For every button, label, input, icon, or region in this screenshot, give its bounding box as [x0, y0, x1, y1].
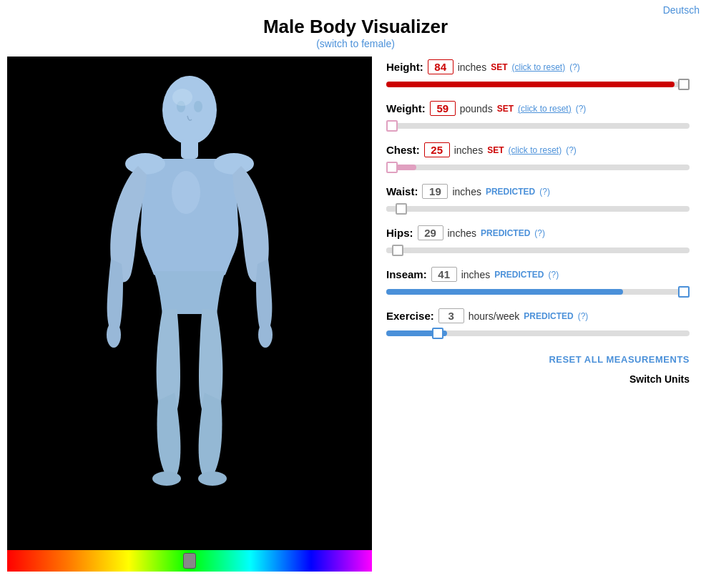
- hips-slider-thumb[interactable]: [392, 245, 403, 256]
- exercise-slider-track[interactable]: [386, 330, 690, 336]
- weight-help-link[interactable]: (?): [576, 104, 587, 114]
- hips-row: Hips: 29 inches PREDICTED (?): [386, 225, 690, 257]
- reset-all-button[interactable]: RESET ALL MEASUREMENTS: [386, 354, 690, 365]
- language-link[interactable]: Deutsch: [663, 4, 700, 16]
- chest-slider-track[interactable]: [386, 165, 690, 170]
- exercise-slider-container[interactable]: [386, 327, 690, 340]
- inseam-label: Inseam:: [386, 268, 427, 280]
- inseam-slider-container[interactable]: [386, 285, 690, 298]
- weight-reset-link[interactable]: (click to reset): [518, 104, 572, 114]
- exercise-unit: hours/week: [469, 310, 520, 322]
- inseam-status: PREDICTED: [494, 270, 544, 280]
- weight-row: Weight: 59 pounds SET (click to reset) (…: [386, 101, 690, 132]
- exercise-value[interactable]: 3: [438, 308, 464, 323]
- bottom-actions: RESET ALL MEASUREMENTS Switch Units: [386, 354, 690, 385]
- waist-status: PREDICTED: [486, 187, 535, 197]
- inseam-slider-thumb[interactable]: [678, 286, 690, 298]
- controls-panel: Height: 84 inches SET (click to reset) (…: [372, 57, 704, 385]
- svg-point-10: [172, 89, 192, 106]
- color-bar[interactable]: [7, 550, 372, 572]
- weight-value[interactable]: 59: [430, 101, 456, 116]
- hips-slider-track[interactable]: [386, 248, 690, 253]
- inseam-slider-track[interactable]: [386, 289, 690, 295]
- exercise-help-link[interactable]: (?): [578, 311, 589, 321]
- chest-value[interactable]: 25: [424, 142, 450, 157]
- height-label: Height:: [386, 61, 423, 73]
- height-help-link[interactable]: (?): [569, 62, 580, 72]
- svg-rect-1: [181, 139, 198, 159]
- switch-gender-link[interactable]: (switch to female): [316, 38, 395, 49]
- hips-label: Hips:: [386, 227, 413, 239]
- waist-help-link[interactable]: (?): [539, 187, 550, 197]
- svg-point-9: [194, 101, 202, 112]
- chest-label: Chest:: [386, 144, 420, 156]
- chest-reset-link[interactable]: (click to reset): [508, 145, 562, 155]
- exercise-status: PREDICTED: [524, 311, 573, 321]
- hips-value[interactable]: 29: [418, 225, 443, 240]
- exercise-row: Exercise: 3 hours/week PREDICTED (?): [386, 308, 690, 340]
- height-reset-link[interactable]: (click to reset): [511, 62, 565, 72]
- body-visualization-panel: [7, 57, 372, 572]
- inseam-row: Inseam: 41 inches PREDICTED (?): [386, 267, 690, 298]
- body-figure-svg: [82, 67, 297, 539]
- hips-unit: inches: [448, 227, 476, 239]
- weight-slider-thumb[interactable]: [386, 120, 398, 132]
- weight-slider-track[interactable]: [386, 123, 690, 129]
- svg-point-11: [172, 171, 200, 214]
- switch-units-button[interactable]: Switch Units: [386, 373, 690, 385]
- exercise-slider-thumb[interactable]: [432, 328, 443, 339]
- chest-slider-container[interactable]: [386, 161, 690, 174]
- waist-row: Waist: 19 inches PREDICTED (?): [386, 184, 690, 215]
- svg-point-3: [214, 153, 254, 175]
- chest-row: Chest: 25 inches SET (click to reset) (?…: [386, 142, 690, 174]
- weight-unit: pounds: [460, 103, 493, 114]
- weight-label: Weight:: [386, 102, 426, 114]
- svg-point-5: [258, 322, 273, 348]
- page-title: Male Body Visualizer: [0, 16, 711, 38]
- svg-point-4: [107, 322, 121, 348]
- inseam-unit: inches: [461, 269, 490, 280]
- svg-point-6: [152, 471, 181, 486]
- weight-status: SET: [497, 104, 514, 114]
- weight-slider-container[interactable]: [386, 119, 690, 132]
- hips-status: PREDICTED: [481, 228, 530, 238]
- chest-help-link[interactable]: (?): [566, 145, 577, 155]
- hips-help-link[interactable]: (?): [534, 228, 545, 238]
- chest-status: SET: [487, 145, 504, 155]
- waist-label: Waist:: [386, 185, 418, 197]
- height-row: Height: 84 inches SET (click to reset) (…: [386, 59, 690, 91]
- svg-point-7: [198, 471, 227, 486]
- inseam-slider-fill: [386, 289, 623, 295]
- waist-value[interactable]: 19: [422, 184, 448, 199]
- svg-point-2: [125, 153, 165, 175]
- waist-slider-container[interactable]: [386, 202, 690, 215]
- height-unit: inches: [458, 62, 486, 73]
- waist-slider-track[interactable]: [386, 206, 690, 212]
- inseam-help-link[interactable]: (?): [549, 270, 559, 280]
- waist-unit: inches: [452, 186, 481, 197]
- chest-unit: inches: [454, 144, 483, 156]
- svg-point-0: [162, 76, 217, 144]
- height-status: SET: [491, 62, 507, 72]
- height-slider-container[interactable]: [386, 78, 690, 91]
- color-bar-thumb[interactable]: [183, 553, 196, 569]
- height-slider-thumb[interactable]: [678, 79, 690, 90]
- hips-slider-container[interactable]: [386, 244, 690, 257]
- waist-slider-thumb[interactable]: [396, 203, 407, 215]
- exercise-label: Exercise:: [386, 310, 434, 322]
- height-slider-fill: [386, 82, 675, 87]
- height-value[interactable]: 84: [428, 59, 453, 74]
- chest-slider-thumb[interactable]: [386, 162, 398, 173]
- inseam-value[interactable]: 41: [431, 267, 457, 282]
- height-slider-track[interactable]: [386, 82, 690, 87]
